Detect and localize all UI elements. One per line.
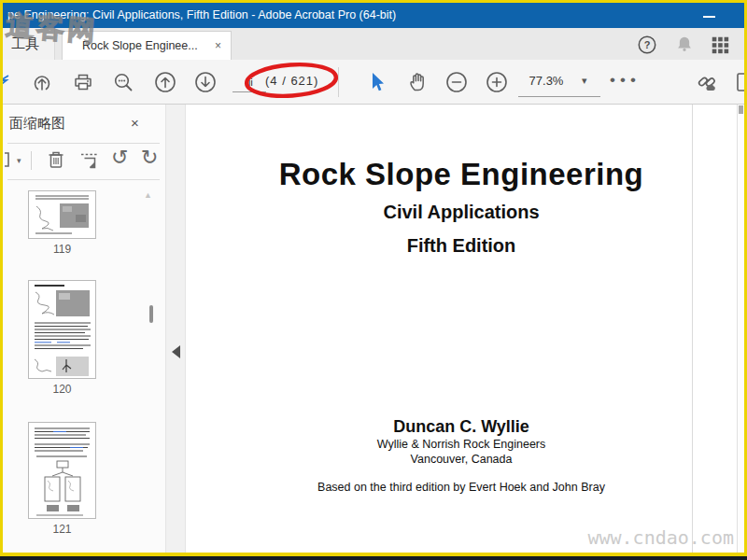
main-toolbar: (4 / 621) 77.3% ▾ ••• xyxy=(3,60,744,105)
divider-line xyxy=(7,143,160,144)
page-thumbnails-panel: 面缩略图 × ▾ ↺ ↻ 119 120 121 ▲ xyxy=(3,105,165,553)
separator xyxy=(338,67,339,97)
minimize-button[interactable] xyxy=(696,11,724,24)
rotate-cw-icon[interactable]: ↻ xyxy=(141,146,158,169)
zoom-dropdown-caret-icon[interactable]: ▾ xyxy=(582,75,587,87)
svg-text:?: ? xyxy=(644,39,651,50)
tab-document[interactable]: Rock Slope Enginee... × xyxy=(62,31,232,60)
thumbnail-label: 120 xyxy=(28,383,96,396)
zoom-out-icon[interactable] xyxy=(444,70,469,94)
divider-line xyxy=(7,179,160,180)
select-tool-icon[interactable] xyxy=(365,70,389,94)
scroll-up-arrow-icon[interactable]: ▲ xyxy=(144,190,152,200)
next-page-icon[interactable] xyxy=(193,70,218,94)
thumbnail-page-119[interactable] xyxy=(28,190,96,239)
window-title: pe Engineering: Civil Applications, Fift… xyxy=(7,8,396,21)
thumbnail-page-120[interactable] xyxy=(28,280,96,379)
book-location: Vancouver, Canada xyxy=(186,453,737,466)
page-count-label: (4 / 621) xyxy=(265,74,318,88)
share-upload-cloud-icon[interactable] xyxy=(30,70,54,94)
help-icon[interactable]: ? xyxy=(637,35,657,55)
search-icon[interactable] xyxy=(111,70,135,94)
zoom-underline xyxy=(518,96,600,97)
panel-close-icon[interactable]: × xyxy=(131,115,139,131)
delete-page-icon[interactable] xyxy=(44,147,68,172)
thumbnail-options-caret-icon[interactable]: ▾ xyxy=(17,156,21,165)
clipped-document-icon[interactable] xyxy=(734,70,745,94)
minimize-icon xyxy=(703,16,715,18)
share-link-cloud-icon[interactable] xyxy=(695,70,719,94)
book-affiliation: Wyllie & Norrish Rock Engineers xyxy=(186,438,737,451)
tab-close-icon[interactable]: × xyxy=(215,39,221,52)
document-scrollbar[interactable] xyxy=(737,105,744,553)
rotate-ccw-icon[interactable]: ↺ xyxy=(111,146,128,169)
book-subtitle: Civil Applications xyxy=(186,202,737,223)
book-author: Duncan C. Wyllie xyxy=(186,417,737,437)
page-number-input[interactable] xyxy=(233,72,266,92)
separator xyxy=(31,151,32,170)
collapse-panel-arrow-icon[interactable] xyxy=(172,345,180,358)
book-note: Based on the third edition by Evert Hoek… xyxy=(186,481,737,494)
thumbnail-options-icon[interactable] xyxy=(3,147,16,172)
document-canvas[interactable]: Rock Slope Engineering Civil Application… xyxy=(186,105,737,553)
tab-strip: 工具 Rock Slope Enginee... × ? xyxy=(3,28,744,60)
thumbnail-label: 121 xyxy=(28,523,96,536)
extract-page-icon[interactable] xyxy=(78,147,102,172)
panel-title: 面缩略图 xyxy=(9,115,65,133)
thumbnail-page-121[interactable] xyxy=(28,422,96,519)
zoom-in-icon[interactable] xyxy=(485,70,509,94)
book-title: Rock Slope Engineering xyxy=(186,157,737,192)
apps-grid-icon[interactable] xyxy=(710,35,730,55)
clipped-edit-icon[interactable] xyxy=(0,70,10,94)
print-icon[interactable] xyxy=(71,70,95,94)
document-scrollbar-thumb[interactable] xyxy=(739,105,743,114)
tab-document-label: Rock Slope Enginee... xyxy=(82,39,209,52)
thumbnails-scrollbar-thumb[interactable] xyxy=(149,305,153,323)
more-tools-icon[interactable]: ••• xyxy=(610,71,641,90)
panel-divider xyxy=(165,105,186,553)
window-titlebar: pe Engineering: Civil Applications, Fift… xyxy=(3,3,744,28)
tab-tools[interactable]: 工具 xyxy=(3,28,55,60)
notifications-bell-icon[interactable] xyxy=(674,35,695,55)
frame-bottom-strip xyxy=(0,556,747,560)
previous-page-icon[interactable] xyxy=(153,70,177,94)
book-edition: Fifth Edition xyxy=(186,235,737,257)
hand-tool-icon[interactable] xyxy=(406,70,430,94)
thumbnail-label: 119 xyxy=(28,243,96,256)
zoom-level-value[interactable]: 77.3% xyxy=(522,74,571,88)
